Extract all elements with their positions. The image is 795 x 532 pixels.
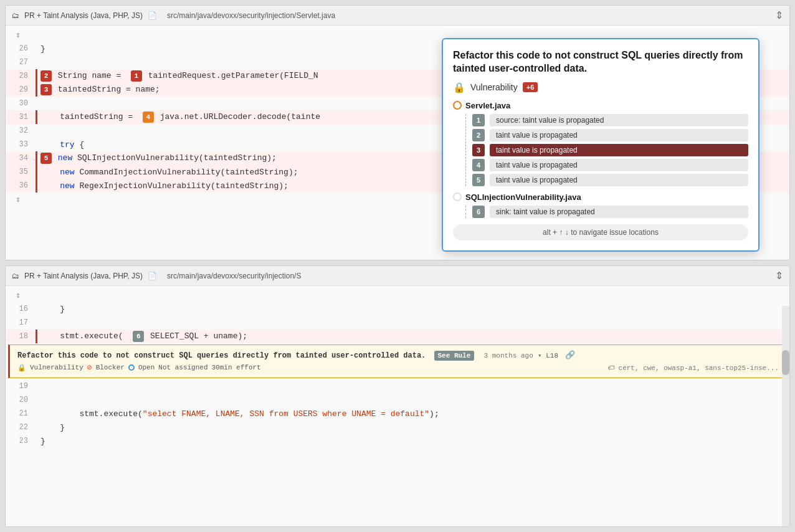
line-num-b20: 20 [11,396,28,404]
flow-label-6: sink: taint value is propagated [490,206,748,218]
flow-label-2: taint value is propagated [490,129,748,141]
line-num-34: 34 [11,154,28,163]
flow-label-4: taint value is propagated [490,159,748,171]
code-line-b23: 23 } [6,434,789,448]
flow-label-5: taint value is propagated [490,174,748,186]
servlet-radio [453,101,462,110]
top-panel-title: PR + Taint Analysis (Java, PHP, JS) [24,11,143,20]
issue-banner-title: Refactor this code to not construct SQL … [17,350,779,360]
line-num-32: 32 [11,126,28,135]
badge-4: 4 [143,112,154,123]
bottom-panel-file: src/main/java/devoxx/security/injection/… [167,272,301,280]
servlet-section: Servlet.java 1 source: taint value is pr… [453,101,748,186]
effort-meta: 30min effort [212,364,261,371]
code-line-b18: 18 stmt.execute( 6 SELECT_SQL + uname); [6,330,789,343]
red-bar-29 [36,83,37,97]
nav-hint: alt + ↑ ↓ to navigate issue locations [453,224,748,240]
flow-item-2[interactable]: 2 taint value is propagated [472,129,748,141]
file-icon-top: 📄 [148,11,157,20]
line-num-b18: 18 [11,332,28,341]
link-icon: 🔗 [565,351,575,360]
line-num-b22: 22 [11,423,28,432]
line-num-b16: 16 [11,305,28,313]
red-bar-31 [36,110,37,124]
blocker-icon: ⊘ [87,363,92,373]
line-num-29: 29 [11,85,28,94]
lock-icon: 🔒 [453,82,465,93]
issue-lineref: L18 [546,352,558,359]
flow-badge-3: 3 [472,144,485,156]
sql-filename: SQLInjectionVulnerability.java [465,192,581,202]
popup-title: Refactor this code to not construct SQL … [453,49,748,75]
line-num-33: 33 [11,140,28,149]
sql-radio [453,192,462,201]
taint-popup: Refactor this code to not construct SQL … [442,38,759,252]
code-b22: } [40,423,784,432]
main-container: 🗂 PR + Taint Analysis (Java, PHP, JS) 📄 … [0,0,795,532]
code-line-b19: 19 [6,379,789,393]
badge-5: 5 [40,153,52,164]
line-num-26: 26 [11,44,28,53]
code-line-b22: 22 } [6,420,789,434]
bottom-code-area: ⇕ 16 } 17 18 stmt.execute( [6,286,789,526]
flow-item-5[interactable]: 5 taint value is propagated [472,174,748,186]
code-b21: stmt.execute("select FNAME, LNAME, SSN f… [40,409,784,419]
top-panel-header: 🗂 PR + Taint Analysis (Java, PHP, JS) 📄 … [6,6,789,26]
sql-flow-items: 6 sink: taint value is propagated [465,206,748,218]
expand-icon-bottom[interactable]: ⇕ [16,194,21,204]
flow-item-1[interactable]: 1 source: taint value is propagated [472,114,748,126]
line-num-b17: 17 [11,318,28,327]
code-b16: } [40,305,784,314]
expand-icon-btop[interactable]: ⇕ [16,290,21,300]
folder-icon: 🗂 [12,11,19,20]
badge-3: 3 [40,84,52,95]
badge-1: 1 [131,70,142,82]
flow-badge-1: 1 [472,114,485,126]
red-bar-34 [36,151,37,165]
flow-badge-5: 5 [472,174,485,186]
code-line-b17: 17 [6,316,789,330]
tags-text: cert, cwe, owasp-a1, sans-top25-inse... [619,364,779,372]
folder-icon-bottom: 🗂 [12,272,19,280]
flow-badge-4: 4 [472,159,485,171]
expand-icon-top[interactable]: ⇕ [16,30,21,40]
collapse-bottom-icon[interactable]: ⇕ [775,270,783,282]
flow-item-4[interactable]: 4 taint value is propagated [472,159,748,171]
issue-banner: Refactor this code to not construct SQL … [8,344,787,378]
issue-banner-text: Refactor this code to not construct SQL … [17,351,426,360]
servlet-flow-items: 1 source: taint value is propagated 2 ta… [465,114,748,186]
lock-icon-meta: 🔒 [17,364,26,372]
flow-label-3: taint value is propagated [490,144,748,156]
flow-item-3[interactable]: 3 taint value is propagated [472,144,748,156]
see-rule-button[interactable]: See Rule [434,351,475,361]
badge-6: 6 [133,331,144,342]
popup-vuln-count: +6 [523,82,538,92]
code-b23: } [40,437,784,446]
blocker-meta-label: Blocker [96,364,125,371]
flow-item-6[interactable]: 6 sink: taint value is propagated [472,206,748,218]
scrollbar-thumb[interactable] [782,350,789,375]
flow-label-1: source: taint value is propagated [490,114,748,126]
bottom-panel: 🗂 PR + Taint Analysis (Java, PHP, JS) 📄 … [5,265,790,527]
flow-badge-2: 2 [472,129,485,141]
code-line-b16: 16 } [6,302,789,316]
bottom-panel-header: 🗂 PR + Taint Analysis (Java, PHP, JS) 📄 … [6,266,789,286]
expand-top-bottom[interactable]: ⇕ [6,288,789,302]
line-num-31: 31 [11,113,28,121]
status-meta-label: Open [138,364,155,371]
red-bar-35 [36,165,37,179]
scrollbar-track[interactable] [782,306,789,526]
vuln-meta-label: Vulnerability [30,364,83,371]
sql-file-row: SQLInjectionVulnerability.java [453,192,748,202]
sql-section: SQLInjectionVulnerability.java 6 sink: t… [453,192,748,218]
line-num-35: 35 [11,168,28,176]
assigned-meta: Not assigned [158,364,207,371]
code-b18: stmt.execute( 6 SELECT_SQL + uname); [40,331,784,342]
top-panel-file: src/main/java/devoxx/security/injection/… [167,11,335,20]
flow-badge-6: 6 [472,206,485,218]
red-bar-36 [36,179,37,192]
popup-vuln-row: 🔒 Vulnerability +6 [453,82,748,93]
code-line-b20: 20 [6,393,789,407]
tags-meta: 🏷 cert, cwe, owasp-a1, sans-top25-inse..… [607,364,779,372]
collapse-top-icon[interactable]: ⇕ [775,9,783,21]
